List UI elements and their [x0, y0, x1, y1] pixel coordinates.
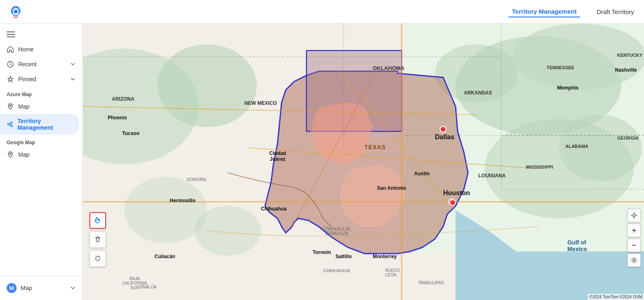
svg-point-8 — [11, 122, 13, 124]
svg-point-23 — [195, 206, 261, 256]
header-nav: Territory Management Draft Territory — [509, 6, 637, 17]
locate-button[interactable] — [627, 209, 641, 222]
svg-rect-4 — [7, 36, 15, 37]
svg-point-41 — [449, 199, 454, 205]
sidebar-home-label: Home — [18, 46, 34, 53]
sidebar-item-home[interactable]: Home — [0, 42, 79, 57]
sidebar-item-azure-map[interactable]: Map — [0, 99, 79, 114]
delete-button[interactable] — [89, 231, 106, 248]
svg-rect-2 — [7, 31, 15, 32]
sidebar-item-pinned[interactable]: Pinned — [0, 72, 82, 87]
chevron-down-icon — [70, 61, 76, 67]
main-layout: Home Recent Pinned — [0, 24, 644, 300]
map-badge: M — [7, 283, 17, 293]
zoom-out-button[interactable]: − — [627, 239, 641, 252]
logo — [7, 2, 25, 21]
pin-icon — [7, 75, 14, 83]
sidebar-azure-map-label: Map — [18, 103, 29, 110]
nav-territory-management[interactable]: Territory Management — [509, 6, 580, 17]
location-icon — [7, 103, 14, 110]
chevron-down-pinned-icon — [70, 76, 76, 82]
refresh-icon — [94, 255, 101, 262]
svg-point-18 — [514, 24, 644, 90]
bottom-item-left: M Map — [7, 283, 32, 293]
map-controls-right: + − — [627, 209, 641, 267]
svg-point-40 — [440, 126, 446, 132]
map-attribution: ©2024 TomTom ©2024 OSM — [588, 294, 644, 300]
svg-point-22 — [124, 177, 207, 243]
sidebar-bottom: M Map — [0, 276, 82, 300]
settings-icon — [631, 257, 637, 264]
hamburger-menu-button[interactable] — [0, 27, 82, 42]
map-settings-button[interactable] — [627, 254, 641, 267]
clock-icon — [7, 60, 14, 68]
sidebar: Home Recent Pinned — [0, 24, 83, 300]
recent-left: Recent — [7, 60, 36, 68]
sidebar-item-territory-management[interactable]: Territory Management — [0, 114, 79, 135]
svg-rect-3 — [7, 34, 15, 35]
locate-icon — [630, 212, 638, 219]
map-controls-left — [89, 212, 106, 267]
nav-draft-territory[interactable]: Draft Territory — [593, 7, 637, 17]
sidebar-bottom-label: Map — [21, 285, 32, 291]
svg-point-47 — [633, 259, 635, 261]
svg-point-9 — [11, 125, 13, 127]
chevron-down-bottom-icon — [70, 285, 76, 291]
svg-point-1 — [14, 10, 17, 13]
map-container[interactable]: TEXAS OKLAHOMA ARKANSAS LOUISIANA MISSIS… — [83, 24, 644, 300]
svg-point-21 — [559, 115, 642, 181]
sidebar-bottom-map-item[interactable]: M Map — [0, 279, 82, 297]
home-icon — [7, 46, 14, 53]
svg-point-42 — [633, 214, 635, 217]
sidebar-territory-label: Territory Management — [17, 118, 72, 131]
hand-draw-icon — [94, 216, 102, 225]
sidebar-item-recent[interactable]: Recent — [0, 57, 82, 72]
azure-map-section-label: Azure Map — [0, 87, 82, 99]
draw-button[interactable] — [89, 212, 106, 229]
sidebar-recent-label: Recent — [18, 61, 36, 68]
google-map-section-label: Google Map — [0, 135, 82, 147]
zoom-in-button[interactable]: + — [627, 224, 641, 237]
svg-point-6 — [10, 105, 11, 106]
svg-point-10 — [10, 153, 11, 155]
svg-point-7 — [7, 123, 10, 126]
google-map-location-icon — [7, 151, 14, 158]
header: Territory Management Draft Territory — [0, 0, 644, 24]
pinned-left: Pinned — [7, 75, 36, 83]
territory-icon — [7, 121, 13, 128]
map-svg — [83, 24, 644, 300]
reset-button[interactable] — [89, 250, 106, 267]
sidebar-google-map-label: Map — [18, 151, 29, 158]
sidebar-item-google-map[interactable]: Map — [0, 147, 79, 162]
sidebar-pinned-label: Pinned — [18, 76, 36, 82]
trash-icon — [94, 236, 101, 243]
